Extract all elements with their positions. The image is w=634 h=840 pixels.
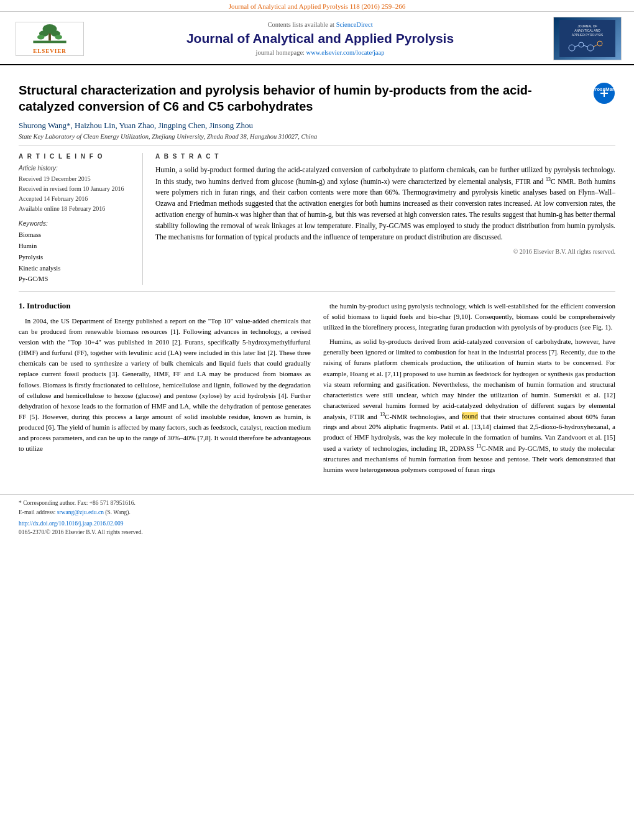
journal-header: ELSEVIER Contents lists available at Sci…	[0, 12, 634, 65]
intro-body-right: the humin by-product using pyrolysis tec…	[323, 301, 615, 475]
doi-text: http://dx.doi.org/10.1016/j.jaap.2016.02…	[19, 520, 123, 527]
intro-para1: In 2004, the US Department of Energy pub…	[19, 316, 311, 454]
header-center-block: Contents lists available at ScienceDirec…	[87, 21, 553, 55]
keyword-4: Kinetic analysis	[19, 263, 133, 274]
authors-text: Shurong Wang*, Haizhou Lin, Yuan Zhao, J…	[19, 121, 253, 130]
homepage-line-text: journal homepage:	[256, 49, 305, 56]
received-revised-date: Received in revised form 10 January 2016	[19, 184, 133, 194]
title-text-block: Structural characterization and pyrolysi…	[19, 82, 593, 140]
sciencedirect-link[interactable]: ScienceDirect	[336, 21, 373, 28]
journal-citation-bar: Journal of Analytical and Applied Pyroly…	[0, 0, 634, 12]
homepage-url-text: www.elsevier.com/locate/jaap	[306, 49, 385, 56]
body-col-right: the humin by-product using pyrolysis tec…	[323, 301, 615, 479]
journal-title-header: Journal of Analytical and Applied Pyroly…	[93, 30, 547, 46]
elsevier-logo-image: ELSEVIER	[16, 22, 84, 56]
journal-citation-text: Journal of Analytical and Applied Pyroly…	[229, 2, 405, 10]
crossmark-icon: CrossMark	[593, 82, 615, 104]
elsevier-tree-icon	[31, 23, 68, 47]
svg-point-6	[55, 35, 62, 40]
received-date: Received 19 December 2015	[19, 174, 133, 184]
issn-line: 0165-2370/© 2016 Elsevier B.V. All right…	[19, 528, 615, 537]
article-info-label: A R T I C L E I N F O	[19, 153, 133, 160]
keyword-5: Py-GC/MS	[19, 274, 133, 285]
contents-line: Contents lists available at ScienceDirec…	[93, 21, 547, 28]
intro-para-right2: Humins, as solid by-products derived fro…	[323, 336, 615, 475]
footnote2: E-mail address: srwang@zju.edu.cn (S. Wa…	[19, 508, 615, 517]
keywords-label: Keywords:	[19, 220, 133, 227]
copyright-line: © 2016 Elsevier B.V. All rights reserved…	[155, 248, 615, 255]
main-content: Structural characterization and pyrolysi…	[0, 65, 634, 488]
intro-body-left: In 2004, the US Department of Energy pub…	[19, 316, 311, 454]
footer-area: * Corresponding author. Fax: +86 571 879…	[0, 494, 634, 542]
found-highlight: found	[462, 412, 478, 420]
doi-link[interactable]: http://dx.doi.org/10.1016/j.jaap.2016.02…	[19, 520, 123, 527]
abstract-col: A B S T R A C T Humin, a solid by-produc…	[155, 153, 615, 285]
journal-cover-icon: JOURNAL OF ANALYTICAL AND APPLIED PYROLY…	[559, 20, 615, 57]
svg-text:JOURNAL OF: JOURNAL OF	[577, 24, 597, 28]
keywords-list: Biomass Humin Pyrolysis Kinetic analysis…	[19, 229, 133, 285]
elsevier-wordmark: ELSEVIER	[33, 48, 67, 54]
body-two-col: 1. Introduction In 2004, the US Departme…	[19, 292, 615, 479]
svg-text:ANALYTICAL AND: ANALYTICAL AND	[574, 29, 600, 32]
keyword-2: Humin	[19, 241, 133, 252]
article-title-section: Structural characterization and pyrolysi…	[19, 75, 615, 145]
crossmark-badge[interactable]: CrossMark	[593, 82, 615, 107]
email-link[interactable]: srwang@zju.edu.cn	[57, 509, 104, 515]
svg-rect-0	[33, 41, 66, 44]
article-dates: Received 19 December 2015 Received in re…	[19, 174, 133, 214]
doi-line: http://dx.doi.org/10.1016/j.jaap.2016.02…	[19, 519, 615, 528]
article-affiliation: State Key Laboratory of Clean Energy Uti…	[19, 133, 587, 140]
article-main-title: Structural characterization and pyrolysi…	[19, 82, 587, 114]
homepage-line: journal homepage: www.elsevier.com/locat…	[93, 49, 547, 56]
sciencedirect-label: ScienceDirect	[336, 21, 373, 28]
contents-text: Contents lists available at	[267, 21, 334, 28]
elsevier-logo-block: ELSEVIER	[12, 22, 87, 56]
homepage-url[interactable]: www.elsevier.com/locate/jaap	[306, 49, 385, 56]
footnote1: * Corresponding author. Fax: +86 571 879…	[19, 499, 615, 507]
abstract-label: A B S T R A C T	[155, 153, 615, 160]
accepted-date: Accepted 14 February 2016	[19, 194, 133, 204]
article-meta-section: A R T I C L E I N F O Article history: R…	[19, 145, 615, 292]
history-label: Article history:	[19, 165, 133, 172]
abstract-text: Humin, a solid by-product formed during …	[155, 165, 615, 243]
available-date: Available online 18 February 2016	[19, 204, 133, 214]
svg-text:APPLIED PYROLYSIS: APPLIED PYROLYSIS	[572, 33, 604, 37]
journal-cover-image: JOURNAL OF ANALYTICAL AND APPLIED PYROLY…	[553, 17, 622, 60]
keyword-3: Pyrolysis	[19, 252, 133, 263]
article-info-col: A R T I C L E I N F O Article history: R…	[19, 153, 143, 285]
article-authors: Shurong Wang*, Haizhou Lin, Yuan Zhao, J…	[19, 121, 587, 131]
body-col-left: 1. Introduction In 2004, the US Departme…	[19, 301, 311, 479]
intro-heading: 1. Introduction	[19, 301, 311, 311]
intro-para-right1: the humin by-product using pyrolysis tec…	[323, 301, 615, 333]
keyword-1: Biomass	[19, 229, 133, 241]
svg-point-5	[37, 35, 44, 40]
